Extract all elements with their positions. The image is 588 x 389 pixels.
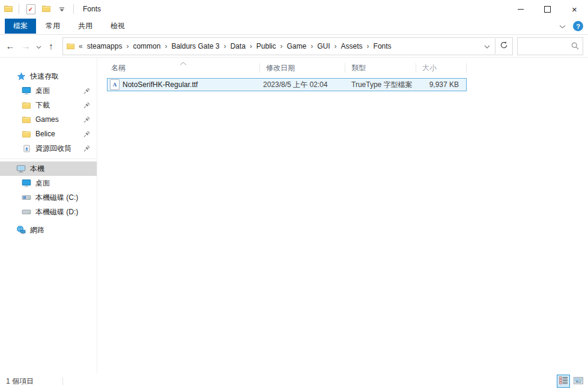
forward-button[interactable]: → [18, 38, 34, 54]
chevron-down-icon [484, 41, 490, 50]
sidebar-item-drive-c[interactable]: 本機磁碟 (C:) [0, 190, 97, 205]
titlebar: ✓ Fonts × [0, 0, 588, 18]
sidebar-item-belice[interactable]: Belice [0, 127, 97, 141]
search-input[interactable] [518, 40, 571, 53]
sidebar-item-desktop-pinned[interactable]: 桌面 [0, 83, 97, 98]
quick-access-toolbar: ✓ Fonts [0, 2, 101, 16]
pin-icon [83, 145, 90, 152]
status-divider [62, 377, 63, 385]
breadcrumb-item-current[interactable]: Fonts [371, 42, 395, 50]
help-button[interactable]: ? [573, 21, 583, 31]
folder-icon [22, 115, 31, 124]
window-title: Fonts [83, 5, 101, 13]
thumbnail-view-button[interactable] [572, 375, 585, 388]
minimize-icon [518, 9, 524, 10]
close-button[interactable]: × [561, 0, 588, 18]
pin-icon [83, 116, 90, 123]
breadcrumb-separator-icon[interactable]: › [309, 42, 314, 50]
sidebar-item-drive-d[interactable]: 本機磁碟 (D:) [0, 205, 97, 219]
item-count: 1 個項目 [0, 376, 34, 387]
sidebar-item-network[interactable]: 網路 [0, 223, 97, 237]
file-name-cell: A NotoSerifHK-Regular.ttf [108, 79, 260, 90]
sidebar-item-recycle-bin[interactable]: 資源回收筒 [0, 141, 97, 155]
maximize-button[interactable] [534, 0, 561, 18]
column-header-type[interactable]: 類型 [345, 60, 416, 76]
details-view-icon [559, 376, 568, 386]
refresh-icon [500, 41, 508, 51]
breadcrumb-separator-icon[interactable]: › [333, 42, 338, 50]
breadcrumb-separator-icon[interactable]: › [366, 42, 371, 50]
breadcrumb-item[interactable]: Data [227, 42, 248, 50]
sidebar-item-this-pc[interactable]: 本機 [0, 161, 97, 176]
file-row-selected[interactable]: A NotoSerifHK-Regular.ttf 2023/8/5 上午 02… [107, 78, 467, 91]
tab-view[interactable]: 檢視 [102, 19, 133, 34]
tab-home[interactable]: 常用 [37, 19, 68, 34]
tab-share[interactable]: 共用 [70, 19, 101, 34]
up-button[interactable]: ↑ [43, 38, 59, 54]
refresh-button[interactable] [496, 38, 512, 54]
breadcrumb-separator-icon[interactable]: › [125, 42, 130, 50]
star-icon [16, 71, 26, 81]
qat-properties-button[interactable]: ✓ [25, 2, 37, 16]
sidebar-item-label: Belice [35, 130, 55, 138]
sidebar-item-label: 本機 [30, 164, 44, 174]
chevron-down-icon [36, 41, 41, 51]
recent-locations-button[interactable] [34, 38, 43, 54]
qat-customize-button[interactable] [56, 2, 68, 16]
column-header-size[interactable]: 大小 [416, 60, 467, 76]
breadcrumb-overflow-button[interactable]: « [77, 42, 84, 50]
sidebar-item-desktop[interactable]: 桌面 [0, 176, 97, 190]
column-header-date-modified[interactable]: 修改日期 [260, 60, 345, 76]
sidebar-item-label: 快速存取 [30, 71, 59, 82]
breadcrumb-separator-icon[interactable]: › [222, 42, 227, 50]
file-list-pane: 名稱 修改日期 類型 大小 A NotoSerifHK-Regular.ttf … [97, 58, 588, 373]
minimize-button[interactable] [507, 0, 534, 18]
details-view-button[interactable] [557, 375, 570, 388]
folder-icon [22, 100, 31, 110]
monitor-icon [22, 178, 31, 188]
tab-file[interactable]: 檔案 [5, 19, 36, 34]
column-headers: 名稱 修改日期 類型 大小 [107, 60, 588, 76]
pin-icon [83, 131, 90, 137]
address-bar[interactable]: « steamapps › common › Baldurs Gate 3 › … [62, 37, 513, 55]
file-date-cell: 2023/8/5 上午 02:04 [260, 80, 345, 90]
breadcrumb-item[interactable]: common [130, 42, 163, 50]
new-folder-icon [41, 4, 51, 15]
drive-icon [22, 207, 31, 217]
back-button[interactable]: ← [2, 38, 18, 54]
breadcrumb-item[interactable]: Baldurs Gate 3 [168, 42, 222, 50]
sidebar-item-games[interactable]: Games [0, 112, 97, 127]
maximize-icon [544, 6, 551, 13]
breadcrumb-separator-icon[interactable]: › [279, 42, 284, 50]
breadcrumb-item[interactable]: GUI [314, 42, 333, 50]
ribbon-right-controls: ? [558, 20, 588, 32]
close-icon: × [572, 5, 577, 14]
qat-new-folder-button[interactable] [40, 2, 52, 16]
sidebar-item-label: 本機磁碟 (C:) [35, 193, 78, 203]
breadcrumb-item[interactable]: Game [284, 42, 310, 50]
pin-icon [83, 102, 90, 109]
sidebar-item-quick-access[interactable]: 快速存取 [0, 69, 97, 83]
thumbnail-view-icon [574, 377, 583, 386]
navigation-toolbar: ← → ↑ « steamapps › common › Baldurs Gat… [0, 35, 588, 58]
file-size-cell: 9,937 KB [416, 80, 466, 89]
search-icon [571, 42, 583, 50]
status-bar: 1 個項目 [0, 373, 588, 389]
breadcrumb-item[interactable]: Public [253, 42, 279, 50]
breadcrumb-separator-icon[interactable]: › [249, 42, 253, 50]
system-drive-icon [22, 193, 31, 202]
column-header-name[interactable]: 名稱 [107, 60, 260, 76]
ribbon-expand-button[interactable] [558, 20, 567, 32]
address-folder-icon [66, 41, 75, 50]
folder-icon [22, 129, 31, 139]
main-area: 快速存取 桌面 下載 [0, 58, 588, 373]
sidebar-separator [0, 158, 97, 159]
dropdown-caret-icon [59, 5, 65, 14]
breadcrumb-item[interactable]: Assets [338, 42, 366, 50]
breadcrumb-item[interactable]: steamapps [84, 42, 126, 50]
file-name: NotoSerifHK-Regular.ttf [123, 80, 198, 89]
breadcrumb-separator-icon[interactable]: › [163, 42, 168, 50]
explorer-window: ✓ Fonts × 檔案 常用 共用 檢視 [0, 0, 588, 389]
address-history-button[interactable] [479, 41, 495, 50]
sidebar-item-downloads[interactable]: 下載 [0, 98, 97, 112]
